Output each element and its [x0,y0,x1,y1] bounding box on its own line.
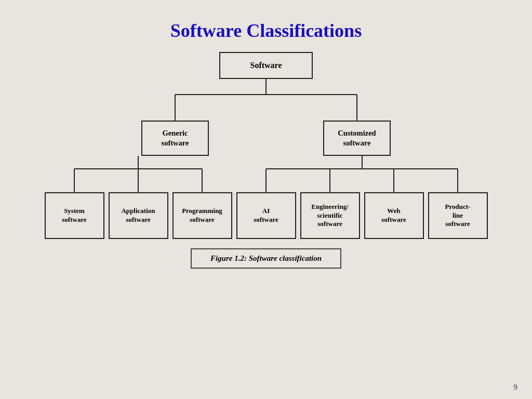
node-ai: AI software [236,192,296,239]
node-generic: Generic software [141,121,209,156]
node-web: Web software [364,192,424,239]
figure-caption: Figure 1.2: Software classification [191,248,341,269]
page-number: 9 [514,383,518,392]
page-title: Software Classifications [0,0,532,47]
node-customized: Customized software [323,121,391,156]
node-engineering: Engineering/ scientific software [300,192,360,239]
node-product-line: Product- line software [428,192,488,239]
node-software: Software [219,52,313,79]
node-system: System software [45,192,104,239]
node-programming: Programming software [172,192,232,239]
node-application: Application software [109,192,168,239]
